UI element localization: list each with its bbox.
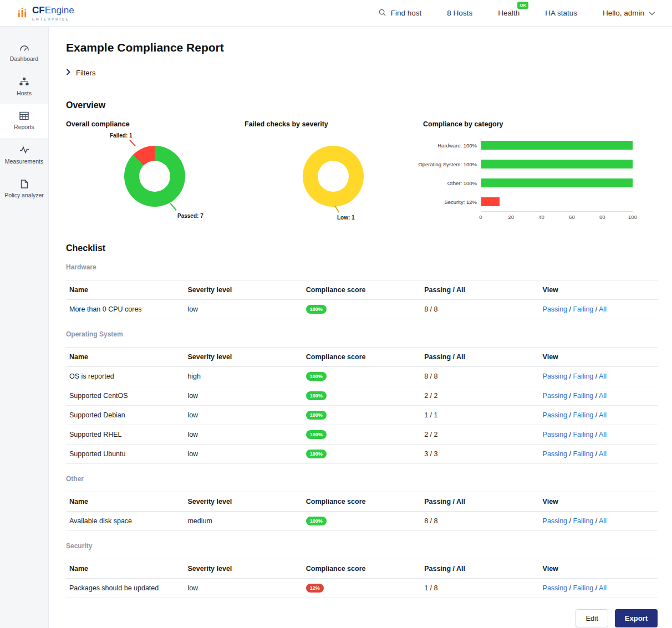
edit-button[interactable]: Edit	[576, 609, 608, 627]
view-failing-link[interactable]: Failing	[573, 450, 593, 458]
column-header: Name	[66, 348, 184, 367]
view-all-link[interactable]: All	[599, 584, 607, 592]
check-passing: 2 / 2	[421, 386, 539, 406]
chevron-right-icon	[66, 69, 70, 77]
hosts-icon	[19, 77, 29, 86]
check-severity: low	[184, 445, 302, 464]
bar-category-label: Hardware: 100%	[423, 136, 481, 155]
column-header: Name	[66, 280, 184, 300]
column-header: Severity level	[184, 559, 302, 579]
view-passing-link[interactable]: Passing	[543, 372, 567, 380]
view-passing-link[interactable]: Passing	[543, 517, 567, 525]
sidebar-item-measurements[interactable]: Measurements	[0, 138, 48, 172]
bar-plot-area	[481, 136, 633, 212]
view-all-link[interactable]: All	[599, 392, 607, 400]
view-all-link[interactable]: All	[599, 411, 607, 419]
view-passing-link[interactable]: Passing	[543, 305, 567, 313]
sidebar-item-reports[interactable]: Reports	[0, 104, 48, 138]
page-title: Example Compliance Report	[66, 41, 658, 54]
health-link[interactable]: Health OK	[498, 9, 520, 17]
view-all-link[interactable]: All	[599, 372, 607, 380]
compliance-score-badge: 100%	[306, 430, 327, 439]
failed-by-severity-chart: Failed checks by severity Low: 1	[245, 120, 423, 230]
ha-status-link[interactable]: HA status	[545, 9, 577, 17]
table-header-row: NameSeverity levelCompliance scorePassin…	[66, 348, 658, 367]
bar	[481, 178, 633, 187]
check-view-links: Passing / Failing / All	[539, 300, 658, 319]
table-row: Supported CentOS low 100% 2 / 2 Passing …	[66, 386, 658, 406]
overall-compliance-chart: Overall compliance Failed: 1 Passed: 7	[66, 120, 245, 230]
failed-callout: Failed: 1	[110, 132, 133, 139]
column-header: Compliance score	[303, 348, 421, 367]
section-title: Other	[66, 475, 658, 483]
checklist-table: NameSeverity levelCompliance scorePassin…	[66, 559, 658, 598]
check-severity: low	[184, 386, 302, 406]
passed-callout: Passed: 7	[177, 213, 203, 219]
compliance-by-category-chart: Compliance by category Hardware: 100%Ope…	[423, 120, 658, 230]
compliance-score-badge: 100%	[306, 411, 327, 420]
view-failing-link[interactable]: Failing	[573, 584, 593, 592]
sidebar: Dashboard Hosts Reports Measurements Pol…	[0, 27, 49, 628]
column-header: Severity level	[184, 492, 302, 512]
view-all-link[interactable]: All	[599, 517, 607, 525]
view-failing-link[interactable]: Failing	[573, 392, 593, 400]
sidebar-item-dashboard[interactable]: Dashboard	[0, 35, 48, 70]
user-menu[interactable]: Hello, admin	[603, 9, 655, 17]
overall-compliance-donut	[124, 146, 185, 207]
view-failing-link[interactable]: Failing	[573, 411, 593, 419]
check-passing: 1 / 1	[421, 406, 539, 425]
table-row: More than 0 CPU cores low 100% 8 / 8 Pas…	[66, 300, 658, 319]
passed-leader-line	[170, 203, 176, 211]
view-passing-link[interactable]: Passing	[543, 431, 567, 438]
checklist-section: Security NameSeverity levelCompliance sc…	[66, 542, 658, 598]
view-passing-link[interactable]: Passing	[543, 392, 567, 400]
table-row: Supported RHEL low 100% 2 / 2 Passing / …	[66, 425, 658, 445]
table-row: Supported Debian low 100% 1 / 1 Passing …	[66, 406, 658, 425]
sidebar-item-policy-analyzer[interactable]: Policy analyzer	[0, 172, 48, 206]
view-failing-link[interactable]: Failing	[573, 431, 593, 438]
column-header: Compliance score	[303, 492, 421, 512]
axis-tick-label: 60	[569, 214, 575, 220]
view-failing-link[interactable]: Failing	[573, 517, 593, 525]
overview-heading: Overview	[66, 100, 658, 110]
view-failing-link[interactable]: Failing	[573, 305, 593, 313]
view-passing-link[interactable]: Passing	[543, 584, 567, 592]
view-all-link[interactable]: All	[599, 305, 607, 313]
checklist-table: NameSeverity levelCompliance scorePassin…	[66, 347, 658, 464]
axis-tick-label: 100	[628, 214, 637, 220]
view-passing-link[interactable]: Passing	[543, 411, 567, 419]
hosts-count-link[interactable]: 8 Hosts	[447, 9, 472, 17]
check-severity: low	[184, 300, 302, 319]
search-icon	[378, 8, 386, 18]
check-passing: 8 / 8	[421, 367, 539, 386]
check-severity: low	[184, 425, 302, 445]
view-failing-link[interactable]: Failing	[573, 372, 593, 380]
find-host-button[interactable]: Find host	[378, 8, 422, 18]
check-name: Supported RHEL	[66, 425, 184, 445]
export-button[interactable]: Export	[615, 609, 658, 627]
column-header: View	[539, 559, 658, 579]
bar	[481, 141, 633, 150]
column-header: View	[539, 492, 658, 512]
axis-tick-label: 80	[599, 214, 605, 220]
check-name: Supported Debian	[66, 406, 184, 425]
view-all-link[interactable]: All	[599, 450, 607, 458]
view-passing-link[interactable]: Passing	[543, 450, 567, 458]
checklist: Hardware NameSeverity levelCompliance sc…	[66, 263, 658, 598]
brand-name: CFEngine	[32, 5, 74, 16]
view-all-link[interactable]: All	[599, 431, 607, 438]
column-header: Compliance score	[303, 280, 421, 300]
check-passing: 1 / 8	[421, 579, 539, 598]
brand-subtitle: ENTERPRISE	[32, 17, 74, 21]
policy-analyzer-icon	[21, 179, 28, 188]
column-header: Compliance score	[303, 559, 421, 579]
check-view-links: Passing / Failing / All	[539, 386, 658, 406]
axis-tick-label: 0	[479, 214, 482, 220]
reports-icon	[19, 111, 29, 120]
check-name: Supported CentOS	[66, 386, 184, 406]
sidebar-item-hosts[interactable]: Hosts	[0, 70, 48, 104]
cfengine-logo[interactable]: CFEngine ENTERPRISE	[17, 6, 74, 21]
filters-toggle[interactable]: Filters	[66, 69, 95, 77]
cfengine-logo-icon	[17, 7, 28, 19]
check-passing: 8 / 8	[421, 300, 539, 319]
